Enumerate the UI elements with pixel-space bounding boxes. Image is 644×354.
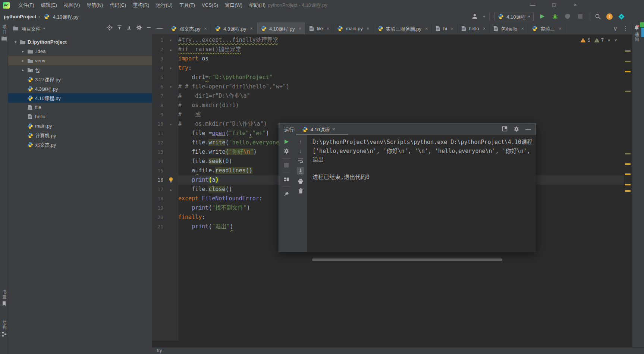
line-number[interactable]: 16: [152, 177, 163, 183]
line-number[interactable]: 10: [152, 121, 163, 127]
editor-tab-file[interactable]: file×: [305, 22, 333, 34]
editor-tab-邓文杰.py[interactable]: 邓文杰.py×: [167, 22, 211, 34]
layout-icon[interactable]: [283, 176, 289, 182]
tree-item-.idea[interactable]: ▸.idea: [8, 47, 152, 56]
tab-close-icon[interactable]: ×: [559, 26, 562, 31]
menu-item[interactable]: VCS(S): [198, 2, 222, 8]
tab-close-icon[interactable]: ×: [367, 26, 370, 31]
fold-marker-icon[interactable]: ▴: [163, 122, 178, 126]
rerun-icon[interactable]: [283, 139, 289, 145]
editor-tab-4.10课程.py[interactable]: 4.10课程.py×: [257, 22, 305, 34]
tool-window-button-结构[interactable]: 结构: [0, 318, 8, 339]
coverage-button[interactable]: [563, 12, 572, 21]
tree-item-file[interactable]: file: [8, 103, 152, 112]
line-number[interactable]: 12: [152, 140, 163, 145]
code-text[interactable]: dir1=r"D:\pythonProject": [178, 73, 624, 82]
editor-tab-4.3课程.py[interactable]: 4.3课程.py×: [211, 22, 257, 34]
code-text[interactable]: # dir1=r"D:\作业\a": [178, 91, 624, 101]
down-icon[interactable]: ↓: [299, 148, 302, 154]
hide-project-panel-icon[interactable]: —: [152, 22, 167, 34]
tab-close-icon[interactable]: ×: [451, 26, 454, 31]
scroll-end-icon[interactable]: [297, 167, 304, 175]
tab-close-icon[interactable]: ×: [425, 26, 428, 31]
fold-marker-icon[interactable]: ▴: [163, 188, 178, 191]
settings-icon[interactable]: [136, 25, 142, 31]
stripe-warning-mark[interactable]: [625, 184, 631, 185]
tab-close-icon[interactable]: ×: [327, 26, 330, 31]
line-number[interactable]: 13: [152, 149, 163, 155]
line-number[interactable]: 15: [152, 168, 163, 173]
tool-window-button-书签[interactable]: 书签: [0, 288, 8, 308]
tree-item-main.py[interactable]: main.py: [8, 121, 152, 131]
menu-item[interactable]: 运行(U): [153, 2, 176, 8]
user-icon[interactable]: [471, 12, 479, 21]
tree-item-计算机.py[interactable]: 计算机.py: [8, 131, 152, 140]
tab-close-icon[interactable]: ×: [521, 26, 524, 31]
editor-tab-main.py[interactable]: main.py×: [333, 22, 373, 34]
line-number[interactable]: 6: [152, 84, 163, 90]
error-stripe[interactable]: [624, 35, 632, 341]
line-number[interactable]: 19: [152, 205, 163, 211]
locate-icon[interactable]: [107, 25, 113, 31]
pin-icon[interactable]: [283, 191, 289, 197]
tree-item-包[interactable]: ▸包: [8, 65, 152, 75]
line-number[interactable]: 17: [152, 187, 163, 192]
code-text[interactable]: # 或: [178, 110, 624, 119]
stripe-warning-mark[interactable]: [625, 163, 631, 165]
stop-icon[interactable]: [284, 163, 289, 168]
line-number[interactable]: 11: [152, 131, 163, 136]
tree-item-venv[interactable]: ▸venv: [8, 56, 152, 65]
stripe-warning-mark[interactable]: [625, 71, 631, 72]
editor-tab-hello[interactable]: hello×: [458, 22, 490, 34]
user-dropdown-icon[interactable]: ▾: [483, 15, 485, 18]
editor-tab-包\hello[interactable]: 包\hello×: [490, 22, 528, 34]
tree-item-邓文杰.py[interactable]: 邓文杰.py: [8, 140, 152, 149]
menu-item[interactable]: 窗口(W): [222, 2, 246, 8]
line-number[interactable]: 18: [152, 196, 163, 201]
menu-item[interactable]: 工具(T): [176, 2, 198, 8]
line-number[interactable]: 5: [152, 75, 163, 80]
settings-icon[interactable]: [283, 148, 289, 154]
line-number[interactable]: 8: [152, 103, 163, 108]
next-problem-icon[interactable]: ∨: [614, 38, 617, 43]
console-scrollbar[interactable]: [312, 259, 502, 261]
code-text[interactable]: try:: [178, 63, 624, 73]
run-config-selector[interactable]: 4.10课程 ▾: [494, 12, 534, 21]
menu-item[interactable]: 视图(V): [60, 2, 83, 8]
line-number[interactable]: 21: [152, 224, 163, 229]
up-icon[interactable]: ↑: [299, 139, 302, 144]
tree-item-4.10课程.py[interactable]: 4.10课程.py: [8, 93, 152, 103]
tool-window-button-通知[interactable]: 通知: [632, 22, 641, 44]
tab-close-icon[interactable]: ×: [250, 26, 253, 31]
tree-item-4.3课程.py[interactable]: 4.3课程.py: [8, 84, 152, 93]
code-text[interactable]: # os.mkdir(dir1): [178, 101, 624, 110]
fold-marker-icon[interactable]: ▾: [163, 38, 178, 42]
fold-marker-icon[interactable]: ▾: [163, 85, 178, 89]
menu-item[interactable]: 文件(F): [15, 2, 38, 8]
stripe-warning-mark[interactable]: [625, 173, 631, 175]
editor-tab-实验三[interactable]: 实验三×: [528, 22, 566, 34]
chevron-right-icon[interactable]: ▸: [21, 49, 25, 53]
tree-item-D:\pythonProject[interactable]: ▾D:\pythonProject: [8, 37, 152, 47]
tool-window-button-项目[interactable]: 项目: [0, 22, 8, 43]
code-text[interactable]: #if raise()抛出异常: [178, 45, 624, 54]
tree-item-3.27课程.py[interactable]: 3.27课程.py: [8, 75, 152, 84]
tree-item-hello[interactable]: hello: [8, 112, 152, 121]
line-number[interactable]: 14: [152, 159, 163, 164]
fold-marker-icon[interactable]: ▴: [163, 48, 178, 51]
soft-wrap-icon[interactable]: [298, 157, 304, 163]
minimize-button[interactable]: —: [522, 0, 543, 10]
intention-bulb-icon[interactable]: [163, 177, 178, 183]
line-number[interactable]: 9: [152, 112, 163, 118]
chevron-down-icon[interactable]: ▾: [43, 26, 45, 30]
scope-breadcrumb[interactable]: try: [157, 348, 162, 353]
close-button[interactable]: ×: [565, 0, 586, 10]
update-available-icon[interactable]: ↑: [606, 13, 613, 20]
debug-button[interactable]: [551, 12, 559, 21]
stripe-warning-mark[interactable]: [625, 61, 631, 62]
prev-problem-icon[interactable]: ∧: [607, 38, 610, 43]
stripe-warning-mark[interactable]: [625, 190, 631, 192]
maximize-button[interactable]: □: [543, 0, 565, 10]
tab-close-icon[interactable]: ×: [299, 26, 302, 31]
line-number[interactable]: 3: [152, 56, 163, 62]
